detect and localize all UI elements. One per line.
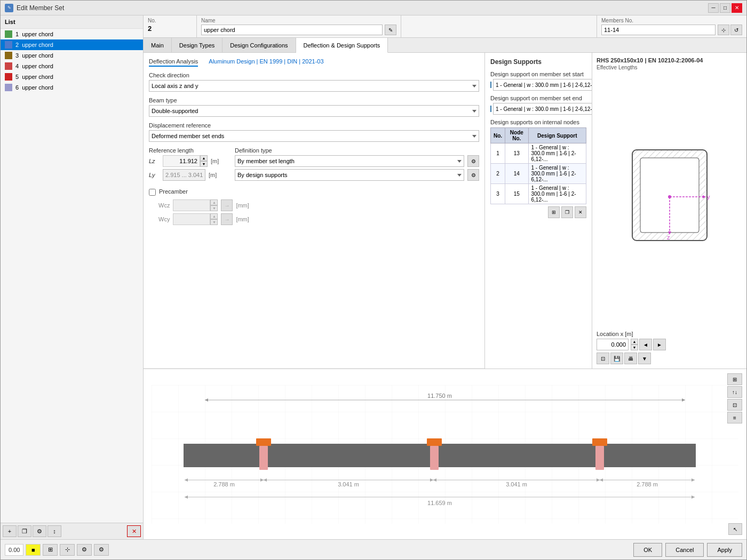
list-delete-button[interactable]: ✕ xyxy=(127,525,141,537)
ly-type-btn[interactable]: ⚙ xyxy=(467,169,479,181)
displacement-ref-select[interactable]: Deformed member set ends xyxy=(149,130,479,142)
list-item[interactable]: 4 upper chord xyxy=(1,61,143,71)
table-row[interactable]: 3151 - General | w : 300.0 mm | 1-6 | 2-… xyxy=(491,184,586,204)
svg-text:z: z xyxy=(667,234,670,241)
footer-grid-btn[interactable]: ⊞ xyxy=(43,544,58,556)
cs-view-menu-btn[interactable]: ▼ xyxy=(638,353,651,364)
viz-zoom-btn[interactable]: ↑↓ xyxy=(727,386,742,398)
tab-deflection-design-supports[interactable]: Deflection & Design Supports xyxy=(296,38,388,53)
svg-text:3.041 m: 3.041 m xyxy=(338,481,359,487)
svg-text:11.750 m: 11.750 m xyxy=(427,393,452,399)
ds-table-del-btn[interactable]: ✕ xyxy=(575,206,586,218)
list-item-no: 1 xyxy=(15,31,19,37)
lz-type-select[interactable]: By member set length xyxy=(235,155,464,167)
cs-view-print-btn[interactable]: 🖶 xyxy=(624,353,637,364)
ds-start-select[interactable]: 1 - General | w : 300.0 mm | 1-6 | 2-6,1… xyxy=(493,79,592,91)
cs-view-frame-btn[interactable]: ⊡ xyxy=(597,353,609,364)
tab-main[interactable]: Main xyxy=(144,38,172,52)
wcy-spin-up: ▲ xyxy=(210,213,218,219)
cs-loc-spin-down[interactable]: ▼ xyxy=(631,345,638,350)
name-input[interactable] xyxy=(201,25,383,35)
lz-type-btn[interactable]: ⚙ xyxy=(467,155,479,167)
list-settings-button[interactable]: ⚙ xyxy=(33,525,46,537)
list-item-no: 6 xyxy=(15,84,19,91)
sub-tab-aluminum[interactable]: Aluminum Design | EN 1999 | DIN | 2021-0… xyxy=(209,58,323,67)
footer-extra-btn[interactable]: ⚙ xyxy=(94,544,109,556)
list-sort-button[interactable]: ↕ xyxy=(47,525,61,537)
internal-nodes-table: No. Node No. Design Support 1131 - Gener… xyxy=(490,127,586,204)
deflection-area: Deflection Analysis Aluminum Design | EN… xyxy=(144,53,484,369)
list-toolbar: + ❐ ⚙ ↕ ✕ xyxy=(1,523,143,539)
lz-input[interactable] xyxy=(163,155,200,167)
cs-title: RHS 250x150x10 | EN 10210-2:2006-04 xyxy=(597,57,742,63)
cs-loc-prev[interactable]: ◄ xyxy=(639,339,652,350)
members-input[interactable] xyxy=(601,25,716,35)
wcz-label: Wcz xyxy=(158,202,170,209)
apply-button[interactable]: Apply xyxy=(707,543,742,557)
maximize-button[interactable]: □ xyxy=(720,3,730,13)
cs-loc-next[interactable]: ► xyxy=(653,339,666,350)
name-edit-button[interactable]: ✎ xyxy=(385,25,396,35)
list-copy-button[interactable]: ❐ xyxy=(18,525,31,537)
ly-input xyxy=(163,169,205,181)
lz-spin-up[interactable]: ▲ xyxy=(200,155,208,161)
check-direction-select[interactable]: Local axis z and y xyxy=(149,80,479,92)
viz-navigate-btn[interactable]: ↖ xyxy=(728,523,742,535)
list-item[interactable]: 5 upper chord xyxy=(1,71,143,82)
wcy-label: Wcy xyxy=(158,216,170,222)
list-item[interactable]: 2 upper chord xyxy=(1,39,143,50)
cancel-button[interactable]: Cancel xyxy=(665,543,704,557)
ok-button[interactable]: OK xyxy=(633,543,662,557)
list-item-no: 3 xyxy=(15,52,19,59)
list-item[interactable]: 3 upper chord xyxy=(1,50,143,61)
precamber-checkbox[interactable] xyxy=(149,189,156,196)
cs-loc-spin-up[interactable]: ▲ xyxy=(631,339,638,345)
def-type-label: Definition type xyxy=(235,147,479,154)
no-label: No. xyxy=(148,18,192,23)
viz-render-btn[interactable]: ≡ xyxy=(727,412,742,423)
members-pick-button[interactable]: ⊹ xyxy=(718,25,729,35)
name-section: Name ✎ xyxy=(197,15,401,37)
close-button[interactable]: ✕ xyxy=(732,3,742,13)
members-refresh-button[interactable]: ↺ xyxy=(730,25,742,35)
table-header-row: No. Node No. Design Support xyxy=(491,128,586,143)
col-no: No. xyxy=(491,128,505,143)
ds-end-select[interactable]: 1 - General | w : 300.0 mm | 1-6 | 2-6,1… xyxy=(493,103,592,115)
cs-loc-spinners: ▲ ▼ xyxy=(631,339,638,350)
list-item[interactable]: 1 upper chord xyxy=(1,29,143,39)
ds-table-add-btn[interactable]: ⊞ xyxy=(548,206,560,218)
sub-tab-deflection[interactable]: Deflection Analysis xyxy=(149,58,198,67)
cs-view-export-btn[interactable]: 💾 xyxy=(610,353,623,364)
list-item[interactable]: 6 upper chord xyxy=(1,82,143,93)
footer-snap-btn[interactable]: ■ xyxy=(26,544,41,556)
viz-fit-btn[interactable]: ⊡ xyxy=(727,399,742,411)
displacement-ref-row: Displacement reference Deformed member s… xyxy=(149,122,479,142)
ly-type-select[interactable]: By design supports xyxy=(235,169,464,181)
cell-node: 15 xyxy=(505,184,528,204)
table-row[interactable]: 1131 - General | w : 300.0 mm | 1-6 | 2-… xyxy=(491,143,586,164)
list-item-color xyxy=(5,62,12,70)
table-row[interactable]: 2141 - General | w : 300.0 mm | 1-6 | 2-… xyxy=(491,164,586,184)
footer-obj-btn[interactable]: ⚙ xyxy=(77,544,92,556)
cs-loc-btns: ▲ ▼ ◄ ► xyxy=(631,339,666,350)
wcy-spin-down: ▼ xyxy=(210,219,218,225)
ds-table-copy-btn[interactable]: ❐ xyxy=(561,206,573,218)
viz-grid-btn[interactable]: ⊞ xyxy=(727,373,742,385)
list-item-name: upper chord xyxy=(22,52,53,59)
tab-design-configurations[interactable]: Design Configurations xyxy=(222,38,296,52)
wcz-spinner: ▲ ▼ xyxy=(173,199,218,211)
list-panel: List 1 upper chord2 upper chord3 upper c… xyxy=(1,15,144,539)
members-btns: ⊹ ↺ xyxy=(718,25,742,35)
ref-len-right: Definition type By member set length ⚙ xyxy=(235,147,479,183)
wcz-input xyxy=(173,199,210,211)
wcz-spin-up: ▲ xyxy=(210,199,218,205)
minimize-button[interactable]: ─ xyxy=(708,3,719,13)
lz-spin-down[interactable]: ▼ xyxy=(200,161,208,167)
beam-type-select[interactable]: Double-supported xyxy=(149,105,479,117)
cs-location-input[interactable] xyxy=(597,339,629,350)
list-add-button[interactable]: + xyxy=(3,525,17,537)
tab-design-types[interactable]: Design Types xyxy=(172,38,222,52)
footer-snap2-btn[interactable]: ⊹ xyxy=(60,544,75,556)
footer-right: OK Cancel Apply xyxy=(633,543,742,557)
cs-location-label: Location x [m] xyxy=(597,331,742,337)
